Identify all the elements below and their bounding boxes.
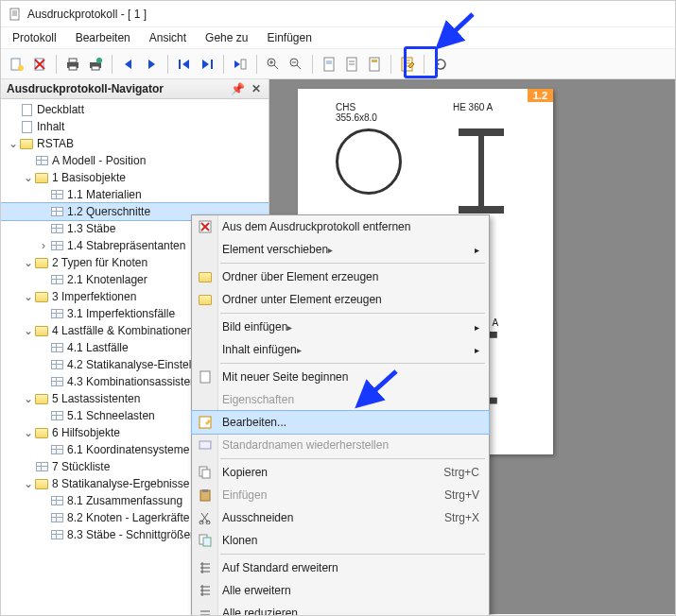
- prev-button[interactable]: [118, 54, 139, 75]
- tree-label: Inhalt: [37, 120, 64, 133]
- tree-label: 1.1 Materialien: [67, 188, 142, 201]
- shortcut: Strg+X: [444, 511, 479, 524]
- tree-item[interactable]: Inhalt: [1, 118, 269, 135]
- submenu-arrow-icon: ▸: [475, 345, 479, 355]
- section-badge: 1.2: [528, 89, 553, 102]
- menu-item[interactable]: Mit neuer Seite beginnen: [192, 366, 489, 388]
- menu-item[interactable]: Alle erweitern: [192, 579, 489, 602]
- svg-line-73: [358, 371, 396, 405]
- svg-rect-11: [69, 66, 77, 70]
- tree-label: Deckblatt: [37, 103, 84, 116]
- tree-item[interactable]: 1 Basisobjekte: [1, 169, 269, 186]
- submenu-arrow-icon: ▸: [475, 322, 479, 333]
- menu-item[interactable]: Bild einfügen▸: [192, 316, 489, 338]
- submenu-arrow-icon: ▸: [475, 245, 479, 255]
- menu-label: Kopieren: [222, 466, 443, 479]
- doc-b-button[interactable]: [341, 54, 362, 75]
- cut-icon: [197, 509, 214, 526]
- menu-gehe zu[interactable]: Gehe zu: [205, 31, 248, 44]
- doc-c-button[interactable]: [364, 54, 385, 75]
- svg-rect-51: [199, 441, 211, 449]
- doc-a-button[interactable]: [319, 54, 339, 75]
- toolbar: [1, 49, 675, 79]
- goto-button[interactable]: [230, 54, 251, 75]
- zoom-out-button[interactable]: [286, 54, 306, 75]
- menu-bar: ProtokollBearbeitenAnsichtGehe zuEinfüge…: [1, 27, 675, 49]
- first-button[interactable]: [174, 54, 195, 75]
- tree-label: 5 Lastassistenten: [52, 392, 140, 405]
- tree-label: 6.1 Koordinatensysteme: [67, 443, 189, 456]
- refresh-button[interactable]: [430, 54, 451, 75]
- tree-label: 1 Basisobjekte: [52, 171, 126, 184]
- menu-item[interactable]: Inhalt einfügen▸: [192, 338, 489, 361]
- expand-icon: [197, 559, 214, 576]
- document-icon: [9, 8, 22, 21]
- tree-label: 4 Lastfälle & Kombinationen: [52, 324, 193, 337]
- rename-icon: [197, 436, 214, 453]
- svg-line-28: [297, 65, 301, 69]
- menu-item[interactable]: Element verschieben▸: [192, 238, 489, 261]
- new-button[interactable]: [7, 54, 27, 75]
- tree-label: 4.3 Kombinationsassistent: [67, 375, 199, 388]
- tree-label: 8.1 Zusammenfassung: [67, 494, 182, 507]
- arrow-annotation-top: [433, 10, 478, 52]
- svg-marker-15: [125, 60, 131, 69]
- tree-label: 1.3 Stäbe: [67, 222, 115, 235]
- svg-rect-61: [203, 538, 211, 546]
- zoom-in-button[interactable]: [263, 54, 284, 75]
- menu-item[interactable]: Ordner unter Element erzeugen: [192, 288, 489, 311]
- menu-item[interactable]: Ordner über Element erzeugen: [192, 265, 489, 288]
- tree-label: 8 Statikanalyse-Ergebnisse: [52, 477, 189, 490]
- menu-label: Aus dem Ausdruckprotokoll entfernen: [222, 220, 479, 233]
- menu-einfügen[interactable]: Einfügen: [267, 31, 311, 44]
- svg-marker-19: [202, 60, 209, 69]
- shortcut: Strg+C: [443, 466, 479, 479]
- menu-label: Ausschneiden: [222, 511, 444, 524]
- he360-label: HE 360 A: [453, 102, 493, 123]
- arrow-annotation-edit: [351, 366, 404, 413]
- menu-item[interactable]: Bearbeiten...: [192, 411, 489, 434]
- tree-label: 2 Typen für Knoten: [52, 256, 147, 269]
- chs-size: 355.6x8.0: [336, 112, 377, 123]
- print-sel-button[interactable]: [85, 54, 106, 75]
- last-button[interactable]: [197, 54, 217, 75]
- menu-bearbeiten[interactable]: Bearbeiten: [76, 31, 130, 44]
- clone-icon: [197, 532, 214, 549]
- menu-protokoll[interactable]: Protokoll: [12, 31, 57, 44]
- print-button[interactable]: [62, 54, 83, 75]
- close-icon[interactable]: ✕: [250, 82, 263, 95]
- menu-item[interactable]: Alle reduzieren: [192, 602, 489, 616]
- next-button[interactable]: [141, 54, 162, 75]
- svg-rect-20: [211, 60, 213, 69]
- tree-label: 3.1 Imperfektionsfälle: [67, 307, 175, 320]
- svg-rect-55: [202, 489, 208, 492]
- menu-item[interactable]: KopierenStrg+C: [192, 461, 489, 484]
- svg-rect-53: [202, 470, 210, 478]
- window-title: Ausdruckprotokoll - [ 1 ]: [27, 8, 147, 21]
- chs-label: CHS: [336, 102, 377, 112]
- svg-marker-16: [148, 60, 155, 69]
- edit-icon: [197, 414, 214, 431]
- tree-item[interactable]: Deckblatt: [1, 101, 269, 118]
- menu-item[interactable]: Aus dem Ausdruckprotokoll entfernen: [192, 215, 489, 238]
- folder-icon: [197, 291, 214, 308]
- svg-line-44: [439, 14, 473, 46]
- menu-ansicht[interactable]: Ansicht: [149, 31, 186, 44]
- menu-item[interactable]: Klonen: [192, 529, 489, 552]
- svg-marker-42: [436, 61, 440, 66]
- tree-item[interactable]: 1.1 Materialien: [1, 186, 269, 203]
- menu-item[interactable]: AusschneidenStrg+X: [192, 506, 489, 529]
- menu-label: Inhalt einfügen: [222, 343, 475, 356]
- tree-item[interactable]: RSTAB: [1, 135, 269, 152]
- context-menu[interactable]: Aus dem Ausdruckprotokoll entfernenEleme…: [191, 214, 490, 616]
- menu-label: Element verschieben: [222, 243, 475, 256]
- menu-label: Bearbeiten...: [222, 416, 479, 429]
- folder-icon: [197, 268, 214, 285]
- tree-label: 1.2 Querschnitte: [67, 205, 150, 218]
- pin-icon[interactable]: 📌: [231, 82, 244, 95]
- title-bar: Ausdruckprotokoll - [ 1 ]: [1, 1, 675, 27]
- delete-button[interactable]: [29, 54, 50, 75]
- menu-item[interactable]: Auf Standard erweitern: [192, 556, 489, 579]
- edit-doc-button[interactable]: [397, 54, 418, 75]
- tree-item[interactable]: A Modell - Position: [1, 152, 269, 169]
